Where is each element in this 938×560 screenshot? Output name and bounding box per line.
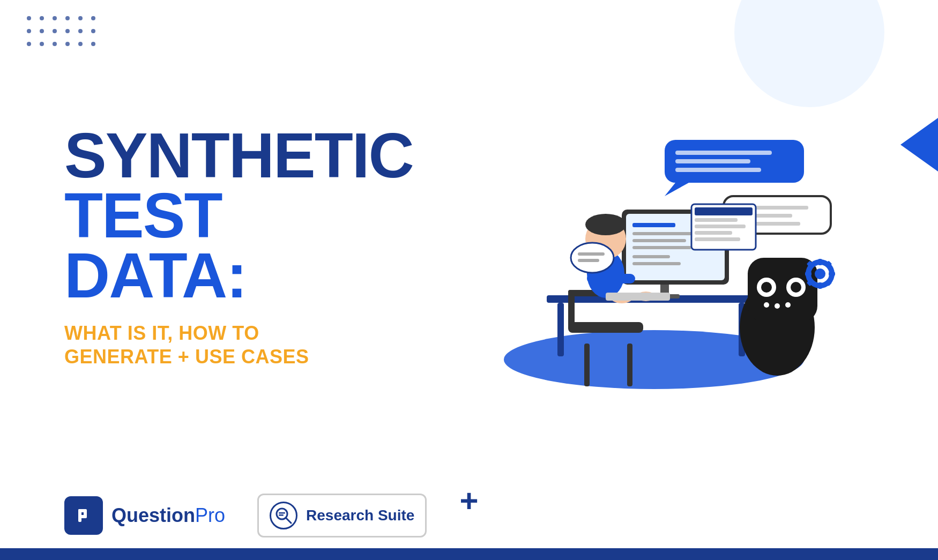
- right-illustration-section: [413, 92, 884, 402]
- svg-marker-27: [665, 183, 689, 196]
- svg-rect-4: [584, 344, 590, 386]
- svg-rect-72: [279, 512, 285, 514]
- svg-rect-53: [805, 272, 812, 276]
- questionpro-logo: QuestionPro: [64, 496, 225, 535]
- svg-point-45: [791, 282, 801, 293]
- svg-point-46: [764, 302, 769, 308]
- left-text-section: SYNTHETIC TEST DATA: WHAT IS IT, HOW TOG…: [64, 125, 413, 368]
- subtitle: WHAT IS IT, HOW TOGENERATE + USE CASES: [64, 322, 413, 368]
- svg-rect-64: [695, 237, 740, 241]
- svg-rect-39: [578, 259, 599, 262]
- svg-rect-63: [695, 231, 732, 235]
- svg-point-37: [571, 243, 614, 273]
- svg-rect-18: [632, 262, 681, 265]
- research-suite-text: Research Suite: [306, 506, 414, 525]
- svg-rect-22: [587, 274, 635, 283]
- svg-rect-61: [695, 218, 738, 222]
- title-line1: SYNTHETIC: [64, 125, 413, 185]
- svg-rect-2: [557, 303, 564, 356]
- svg-rect-16: [632, 246, 691, 249]
- svg-line-71: [286, 518, 291, 523]
- questionpro-text: QuestionPro: [111, 504, 225, 527]
- svg-rect-51: [818, 259, 822, 265]
- svg-rect-29: [675, 159, 750, 163]
- svg-rect-30: [675, 168, 761, 172]
- svg-point-44: [761, 282, 772, 293]
- svg-rect-15: [632, 239, 686, 242]
- svg-point-50: [815, 268, 825, 279]
- main-content: SYNTHETIC TEST DATA: WHAT IS IT, HOW TOG…: [0, 0, 938, 483]
- svg-rect-28: [675, 151, 772, 155]
- research-suite-icon: [270, 502, 297, 529]
- svg-point-21: [585, 214, 626, 235]
- svg-rect-62: [695, 225, 746, 228]
- svg-rect-38: [578, 252, 605, 256]
- svg-rect-54: [829, 272, 835, 276]
- svg-rect-14: [632, 232, 697, 235]
- plus-sign-decoration: +: [459, 485, 478, 517]
- svg-rect-60: [695, 207, 753, 215]
- page-container: SYNTHETIC TEST DATA: WHAT IS IT, HOW TOG…: [0, 0, 938, 560]
- svg-rect-69: [84, 509, 87, 518]
- svg-rect-17: [632, 255, 670, 258]
- svg-rect-25: [606, 293, 670, 301]
- svg-rect-5: [627, 344, 632, 386]
- svg-rect-73: [279, 514, 284, 516]
- svg-point-47: [775, 303, 780, 309]
- title-line2: TEST DATA:: [64, 185, 413, 305]
- svg-point-48: [785, 302, 791, 308]
- svg-rect-13: [632, 223, 675, 227]
- svg-rect-52: [818, 282, 822, 289]
- svg-rect-6: [568, 322, 643, 333]
- hero-illustration: [461, 97, 836, 397]
- questionpro-icon: [64, 496, 103, 535]
- bottom-bar: [0, 548, 938, 560]
- research-suite-logo: Research Suite: [257, 494, 427, 537]
